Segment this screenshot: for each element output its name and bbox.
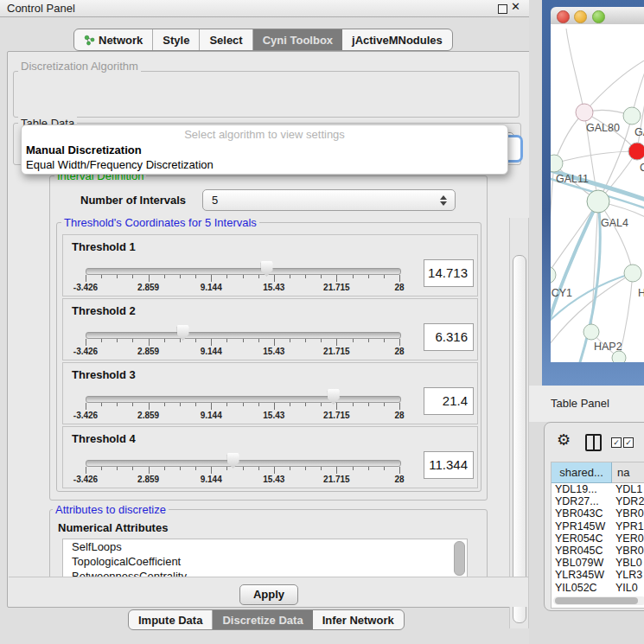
attribute-list-item[interactable]: BetweennessCentrality	[63, 569, 467, 577]
threshold-label: Threshold 3	[72, 368, 136, 381]
network-node-gcy1[interactable]	[551, 266, 556, 284]
table-row[interactable]: YBR045CYBR0	[552, 545, 644, 557]
scale-label: -3.426	[73, 411, 98, 420]
network-node[interactable]	[612, 351, 626, 362]
scale-label: 2.859	[137, 347, 159, 356]
tab-impute-data[interactable]: Impute Data	[129, 610, 212, 629]
cell-shared-name: YPR145W	[555, 520, 605, 532]
threshold-row-3: Threshold 3-3.4262.8599.14415.4321.71528…	[62, 362, 478, 424]
threshold-row-4: Threshold 4-3.4262.8599.14415.4321.71528…	[62, 426, 478, 488]
network-node-h[interactable]	[624, 265, 641, 282]
scale-label: 15.43	[263, 475, 284, 484]
tab-network[interactable]: Network	[74, 29, 152, 50]
threshold-value-field[interactable]: 21.4	[424, 387, 474, 415]
gear-icon[interactable]: ⚙	[557, 432, 571, 448]
column-header-name[interactable]: na	[612, 462, 644, 483]
slider-track[interactable]	[86, 396, 401, 403]
network-node-hap2[interactable]	[583, 324, 599, 340]
threshold-row-2: Threshold 2-3.4262.8599.14415.4321.71528…	[62, 298, 478, 360]
column-header-shared-name[interactable]: shared...	[552, 462, 612, 483]
table-row[interactable]: YBL079WYBL0	[552, 557, 644, 569]
minimize-traffic-light[interactable]	[574, 10, 587, 23]
tab-label: Infer Network	[322, 614, 394, 627]
cell-name: YPR1	[615, 520, 644, 532]
zoom-traffic-light[interactable]	[592, 10, 605, 23]
attribute-list-item[interactable]: SelfLoops	[63, 539, 467, 554]
network-edge	[566, 29, 584, 112]
slider-ticks	[86, 339, 399, 347]
scale-label: 9.144	[201, 411, 222, 420]
cell-name: YER0	[615, 532, 644, 545]
select-all-checkbox-icon[interactable]: ✓	[611, 437, 622, 448]
table-row[interactable]: YBR043CYBR0	[552, 507, 644, 520]
attribute-list-item[interactable]: TopologicalCoefficient	[63, 554, 467, 569]
network-window-titlebar[interactable]	[551, 7, 644, 25]
slider-track[interactable]	[86, 460, 401, 467]
cyni-toolbox-panel: Discretization Algorithm Select algorith…	[7, 51, 531, 608]
dropdown-placeholder: Select algorithm to view settings	[22, 125, 507, 143]
threshold-value-field[interactable]: 11.344	[424, 451, 474, 479]
tab-discretize-data[interactable]: Discretize Data	[212, 610, 312, 629]
slider-ticks	[86, 467, 399, 475]
table-row[interactable]: YDR27...YDR2	[552, 495, 644, 507]
dropdown-option-equal-width[interactable]: Equal Width/Frequency Discretization	[22, 157, 507, 172]
attributes-title: Attributes to discretize	[53, 503, 169, 516]
main-scrollbar-track[interactable]	[509, 218, 529, 628]
network-icon	[84, 35, 95, 46]
network-node-gal11[interactable]	[551, 155, 563, 172]
table-row[interactable]: YLR345WYLR3	[552, 569, 644, 581]
table-row[interactable]: YER054CYER0	[552, 532, 644, 545]
main-scrollbar-thumb[interactable]	[513, 255, 526, 623]
tab-label: Impute Data	[138, 614, 202, 627]
columns-icon[interactable]	[585, 434, 602, 451]
tab-infer-network[interactable]: Infer Network	[313, 610, 404, 629]
network-node-ga[interactable]	[623, 107, 641, 124]
numerical-attributes-list[interactable]: SelfLoopsTopologicalCoefficientBetweenne…	[62, 539, 468, 577]
cell-name: YLR3	[615, 569, 642, 581]
threshold-sliders: Threshold 1-3.4262.8599.14415.4321.71528…	[62, 234, 478, 490]
scale-label: 21.715	[323, 347, 350, 356]
dropdown-option-manual[interactable]: Manual Discretization	[22, 143, 507, 157]
threshold-value-field[interactable]: 6.316	[424, 323, 474, 351]
float-window-icon[interactable]	[498, 4, 507, 14]
apply-button[interactable]: Apply	[239, 584, 298, 605]
scale-label: 15.43	[263, 347, 284, 356]
table-row[interactable]: YDL19...YDL1	[552, 483, 644, 495]
network-canvas[interactable]: GAL80GACGAL11GAL4GCY1HHAP2	[551, 24, 644, 362]
scale-label: 2.859	[137, 411, 159, 420]
cell-name: YDL1	[615, 483, 642, 495]
tab-jactivemnodules[interactable]: jActiveMNodules	[342, 29, 452, 50]
tab-cyni-toolbox[interactable]: Cyni Toolbox	[252, 29, 342, 50]
numerical-attributes-label: Numerical Attributes	[58, 521, 168, 534]
slider-track[interactable]	[86, 332, 401, 339]
scale-label: 9.144	[201, 347, 222, 356]
table-row[interactable]: YPR145WYPR1	[552, 520, 644, 532]
cell-name: YDR2	[615, 495, 644, 507]
network-view-window[interactable]: GAL80GACGAL11GAL4GCY1HHAP2	[542, 0, 644, 386]
close-icon[interactable]: ✕	[511, 0, 520, 13]
table-row[interactable]: YIL052CYIL0	[552, 582, 644, 594]
node-label: GA	[634, 126, 644, 138]
settings-scroll-area: Interval Definition Number of Intervals …	[13, 165, 506, 577]
thresholds-title: Threshold's Coordinates for 5 Intervals	[61, 216, 259, 229]
close-traffic-light[interactable]	[557, 10, 570, 23]
list-scrollbar[interactable]	[454, 541, 465, 576]
spinner-stepper-icon[interactable]	[440, 195, 447, 206]
network-node-gal4[interactable]	[587, 190, 609, 213]
threshold-value-field[interactable]: 14.713	[424, 259, 474, 287]
tab-label: Style	[163, 34, 189, 47]
slider-track[interactable]	[86, 268, 401, 275]
tab-label: jActiveMNodules	[352, 34, 443, 47]
num-intervals-spinner[interactable]: 5	[202, 189, 456, 211]
control-panel-titlebar: Control Panel ✕	[0, 0, 536, 17]
select-none-checkbox-icon[interactable]: ✓	[623, 437, 634, 448]
network-node-c[interactable]	[628, 143, 644, 160]
cell-shared-name: YLR345W	[555, 569, 604, 581]
tab-style[interactable]: Style	[152, 29, 199, 50]
threshold-row-1: Threshold 1-3.4262.8599.14415.4321.71528…	[62, 234, 478, 296]
num-intervals-value: 5	[212, 194, 218, 207]
table-horizontal-scrollbar[interactable]	[553, 596, 644, 605]
tab-select[interactable]: Select	[199, 29, 252, 50]
network-node-gal80[interactable]	[576, 104, 593, 121]
scale-label: -3.426	[73, 347, 98, 356]
